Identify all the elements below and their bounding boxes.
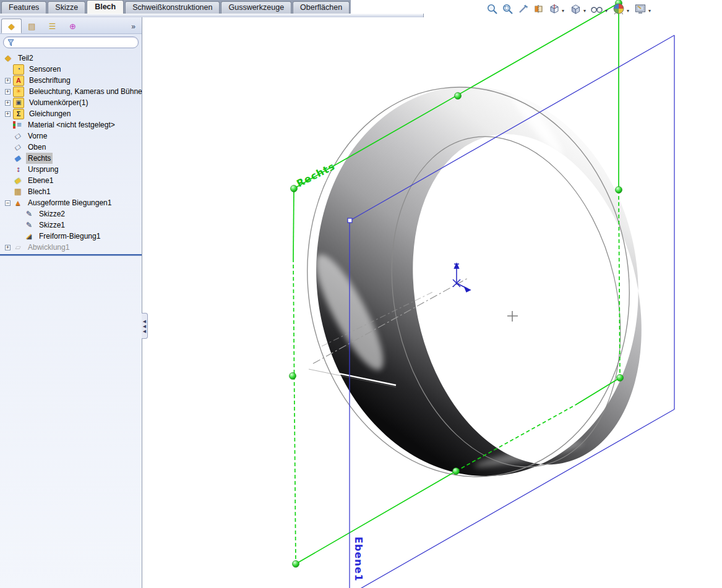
crosshair-cursor xyxy=(507,311,518,322)
panel-collapse-handle[interactable]: ◀ ◀ ◀ xyxy=(142,313,148,339)
tree-item-icon xyxy=(13,198,23,208)
feature-tree-item[interactable]: Oben xyxy=(0,142,142,153)
section-view-icon[interactable] xyxy=(531,2,545,15)
feature-tree-item[interactable]: Skizze2 xyxy=(0,208,142,219)
command-tab[interactable]: Gusswerkzeuge xyxy=(221,1,291,14)
feature-tree-item[interactable]: Sensoren xyxy=(0,64,142,75)
tree-item-label: Skizze1 xyxy=(37,219,67,231)
tree-item-label: Skizze2 xyxy=(37,208,67,219)
tree-item-icon xyxy=(3,54,13,63)
hide-show-items-dropdown-arrow[interactable]: ▾ xyxy=(605,8,608,14)
feature-tree-item[interactable]: Rechts xyxy=(0,153,142,164)
tree-item-label: Oben xyxy=(26,142,48,153)
tree-expander-icon[interactable] xyxy=(5,245,11,250)
tree-item-label: Gleichungen xyxy=(27,108,72,119)
command-manager-collapsed-strip xyxy=(0,14,424,17)
tree-expander-icon[interactable] xyxy=(5,89,11,95)
feature-tree-item[interactable]: Material <nicht festgelegt> xyxy=(0,119,142,130)
tree-item-label: Ausgeformte Biegungen1 xyxy=(26,197,113,208)
display-style-dropdown-arrow[interactable]: ▾ xyxy=(583,8,586,14)
tree-expander-icon[interactable] xyxy=(5,111,11,117)
feature-tree-item[interactable]: Blech1 xyxy=(0,186,142,197)
featuremanager-icon: ◆ xyxy=(9,22,15,31)
tree-item-icon xyxy=(13,121,23,130)
plane-label-rechts: Rechts xyxy=(294,160,337,189)
tree-item-icon xyxy=(13,187,23,197)
tree-item-icon xyxy=(13,64,24,75)
feature-tree-item[interactable]: Volumenkörper(1) xyxy=(0,97,142,108)
filter-funnel-icon xyxy=(7,39,14,46)
zoom-to-fit-icon[interactable] xyxy=(485,2,499,15)
collapse-arrow-icon: ◀ xyxy=(143,324,146,328)
command-tab[interactable]: Oberflächen xyxy=(293,1,350,14)
zoom-to-area-icon[interactable] xyxy=(501,2,514,15)
sheet-metal-ring-model[interactable] xyxy=(283,66,655,498)
plane-corner-grip[interactable] xyxy=(348,218,352,223)
view-settings-dropdown-arrow[interactable]: ▾ xyxy=(648,8,651,14)
tree-item-icon xyxy=(13,87,24,97)
feature-tree-item[interactable]: Vorne xyxy=(0,130,142,142)
feature-manager-panel: ◆ ▤ ☰ ⊕ » Teil2 xyxy=(0,17,142,588)
tree-expander-icon[interactable] xyxy=(5,200,11,206)
feature-tree: Teil2 Sensoren Beschriftung Beleuchtung,… xyxy=(0,50,142,253)
tree-item-label: Teil2 xyxy=(16,53,35,64)
rollback-bar[interactable] xyxy=(0,254,142,256)
command-tab[interactable]: Skizze xyxy=(48,1,85,14)
feature-tree-item[interactable]: Abwicklung1 xyxy=(0,242,142,253)
view-orientation-dropdown-arrow[interactable]: ▾ xyxy=(562,8,564,14)
hide-show-items-icon[interactable] xyxy=(590,2,604,15)
command-tab[interactable]: Schweißkonstruktionen xyxy=(125,1,220,14)
tree-item-icon xyxy=(13,243,23,252)
tab-propertymanager[interactable]: ▤ xyxy=(22,19,42,33)
view-orientation-icon[interactable] xyxy=(547,2,561,15)
feature-tree-item[interactable]: Beschriftung xyxy=(0,75,142,86)
tree-item-icon xyxy=(13,132,23,141)
feature-tree-item[interactable]: Skizze1 xyxy=(0,219,142,231)
edit-appearance-icon[interactable] xyxy=(612,2,625,15)
tree-item-icon xyxy=(13,165,23,174)
view-settings-icon[interactable] xyxy=(634,2,647,15)
tab-featuremanager[interactable]: ◆ xyxy=(1,19,22,33)
tree-item-icon xyxy=(24,232,34,241)
tree-item-icon xyxy=(13,109,24,119)
command-tab[interactable]: Blech xyxy=(87,0,124,14)
tree-item-label: Sensoren xyxy=(27,64,62,75)
tree-item-label: Vorne xyxy=(26,130,49,142)
configurationmanager-icon: ☰ xyxy=(49,22,56,31)
tree-expander-icon[interactable] xyxy=(5,100,11,106)
tree-item-icon xyxy=(24,210,34,219)
tree-item-label: Material <nicht festgelegt> xyxy=(26,119,117,130)
tab-dimxpertmanager[interactable]: ⊕ xyxy=(62,19,83,33)
tree-item-icon xyxy=(24,221,34,230)
feature-tree-item[interactable]: Ebene1 xyxy=(0,175,142,186)
headsup-view-toolbar: ▾ ▾ ▾ ▾ ▾ xyxy=(485,2,653,15)
tree-item-icon xyxy=(13,75,24,86)
panel-more-chevron[interactable]: » xyxy=(131,22,139,33)
feature-tree-item[interactable]: Teil2 xyxy=(0,53,142,64)
feature-tree-item[interactable]: Ausgeformte Biegungen1 xyxy=(0,197,142,208)
tree-expander-icon[interactable] xyxy=(5,78,11,83)
panel-tab-strip: ◆ ▤ ☰ ⊕ » xyxy=(0,17,142,34)
feature-tree-item[interactable]: Ursprung xyxy=(0,164,142,175)
tree-item-label: Blech1 xyxy=(26,186,53,197)
previous-view-icon[interactable] xyxy=(516,2,530,15)
origin-triad xyxy=(453,263,470,292)
tree-item-label: Rechts xyxy=(26,153,53,164)
feature-tree-item[interactable]: Beleuchtung, Kameras und Bühne xyxy=(0,86,142,97)
propertymanager-icon: ▤ xyxy=(28,22,35,31)
tree-item-icon xyxy=(13,176,23,185)
tab-configurationmanager[interactable]: ☰ xyxy=(42,19,62,33)
feature-tree-item[interactable]: Freiform-Biegung1 xyxy=(0,231,142,242)
tree-item-icon xyxy=(13,98,24,108)
command-tab[interactable]: Features xyxy=(1,1,46,14)
tree-item-label: Beleuchtung, Kameras und Bühne xyxy=(27,86,144,97)
edit-appearance-dropdown-arrow[interactable]: ▾ xyxy=(627,8,629,14)
tree-filter-input[interactable] xyxy=(3,36,139,48)
feature-tree-item[interactable]: Gleichungen xyxy=(0,108,142,119)
tree-filter-row xyxy=(0,34,142,50)
tree-item-label: Beschriftung xyxy=(27,75,72,86)
command-manager-tabbar: Features Skizze Blech Schweißkonstruktio… xyxy=(0,0,351,14)
collapse-arrow-icon: ◀ xyxy=(143,319,146,323)
tree-item-label: Ursprung xyxy=(26,164,60,175)
display-style-icon[interactable] xyxy=(569,2,582,15)
